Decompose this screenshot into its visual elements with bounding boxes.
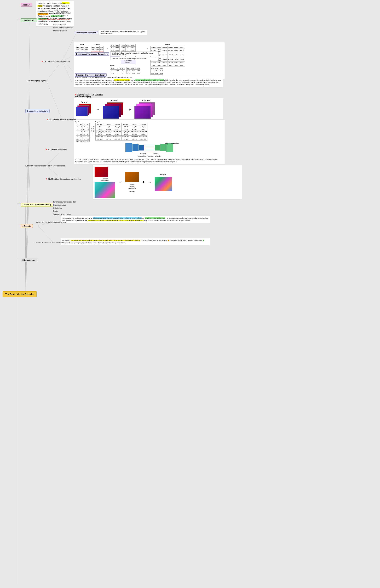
k2-table2: x6a1x6a3 0x5a3 x1a3x4a3x1a5 x7a5x5a3x5a5	[127, 67, 140, 75]
task-item: depth estimation	[53, 23, 73, 26]
residual-diagram-inner: LearnableUpsampling → BilinearAdditiveUp…	[95, 167, 240, 198]
svg-line-16	[46, 150, 62, 166]
residual-label-top: residual	[160, 174, 166, 176]
bilinear-upsampling-header: Bilinear Upsampling	[75, 96, 91, 98]
section3-node: 3 Tasks and Experimental Setup	[20, 203, 53, 206]
identity-label: "identity"	[129, 191, 135, 193]
svg-line-4	[25, 203, 26, 293]
task-item: colorization	[53, 20, 73, 23]
decomposed-conv-node: Decomposed Transposed Convolution	[75, 52, 109, 56]
residual-left-blocks: LearnableUpsampling	[95, 167, 115, 198]
task-item: boundary detection	[53, 14, 73, 17]
section2-1-2-header: ★ 2.1.2 Bilinear additive upsampling	[46, 118, 76, 121]
results-with-residual-label: — Results with residual-like connections	[34, 242, 64, 243]
res-center: BilinearAdditiveUpsampling "identity"	[125, 172, 139, 193]
skip-connections-box: Encoder Decoder Connections Encoder Deco…	[74, 142, 225, 164]
bilinear-add-label: BilinearAdditiveUpsampling	[128, 183, 136, 189]
hwD-block: [H, W, D]	[76, 101, 93, 118]
root-label: The Devil is in the Decoder	[5, 293, 34, 295]
section2-1-1-label: 2.1.1 Existing upsampling layers	[44, 61, 70, 62]
res-block1	[95, 167, 108, 177]
decomposed-desc2: splits the main conv up into multiple lo…	[111, 57, 159, 60]
res-plus: +	[142, 179, 145, 185]
results-with-residual-text: — Results with residual-like connections	[34, 242, 64, 243]
transposed-conv-label: Transposed Convolution	[76, 32, 96, 34]
svg-line-14	[62, 61, 72, 82]
decomposed-conv-row: Decomposed Transposed Convolution is str…	[75, 52, 159, 60]
learnable-up-label: LearnableUpsampling	[95, 178, 115, 182]
2hwd4-visual	[134, 102, 157, 120]
depth-to-space-row: ★ Depth to Space shift and stitch	[75, 94, 103, 96]
section5-node: 5 Conclusions	[20, 258, 37, 262]
kernel2-tables: a4 a60a6 a8 0 x1a1a4a30 x7a200 x6a1x6a3 …	[110, 67, 144, 75]
connections-label: Connections Encoder Decoder	[137, 155, 161, 157]
abstract-node: Abstract	[20, 3, 32, 6]
star-222: ★	[45, 178, 47, 180]
section2-2-1-header: ★ 2.2.1 Skip Connections	[45, 148, 67, 151]
encoder-label: Encoder	[140, 153, 146, 155]
task3-item: Depth	[53, 210, 76, 213]
section4-node: 4 Results	[20, 224, 33, 228]
skip-lines	[144, 143, 154, 152]
section4-label: 4 Results	[22, 225, 31, 227]
section3-label: 3 Tasks and Experimental Setup	[22, 203, 51, 206]
ba-input: Input x1x2x3x4 x5x6x7x8 x9x10x11x12 x1x2…	[75, 121, 90, 143]
decomposed-desc1: is strictly a subset of regular transpos…	[111, 52, 159, 56]
task3-item: Colorization	[53, 207, 76, 210]
decoder-label: Decoder	[153, 153, 159, 155]
root-node: The Devil is in the Decoder	[2, 291, 37, 297]
star-icon: ★	[40, 18, 42, 21]
results-with-residual-text-content: can identify two upsampling methods whic…	[62, 240, 209, 244]
section2-2-node: 2.2 Skip Connections and Residual Connec…	[25, 165, 65, 167]
residual-output: residual	[155, 174, 172, 191]
task-item: semantic segmentation	[53, 11, 73, 14]
enc-dec-labels: Encoder Decoder	[140, 153, 159, 155]
plus-sign: +	[129, 107, 131, 113]
2hwd4-block: [2H, 2W, D/4]	[134, 100, 157, 120]
section2-1-label: — 2.1 Upsampling layers	[25, 80, 46, 82]
svg-line-10	[46, 61, 62, 81]
res-arrow2: →	[148, 180, 151, 184]
abstract-label: Abstract	[22, 4, 30, 6]
star-icon-2: ★	[41, 60, 43, 62]
svg-line-6	[25, 259, 26, 293]
section2-2-2-header: ★ 2.2.2 Residula Connections for decoder…	[45, 178, 81, 180]
star-212: ★	[46, 118, 48, 121]
separable-conv-row: Separable Transposed Convolution	[75, 73, 107, 77]
results-no-residual-box: Generalizing over problems, we see that …	[61, 216, 210, 223]
decomposed-conv-label: Decomposed Transposed Convolution	[76, 53, 108, 55]
skip-svg	[144, 143, 154, 152]
separable-row: Separable Transposed Convolution	[75, 73, 107, 77]
star-221: ★	[45, 148, 47, 151]
bilinear-additive-inner: Input x1x2x3x4 x5x6x7x8 x9x10x11x12 x1x2…	[75, 121, 223, 143]
results-no-residual-text: — Results without residual-like connecti…	[34, 222, 67, 223]
enc-dec-blocks	[125, 143, 173, 152]
section2-1-node: — 2.1 Upsampling layers	[25, 80, 46, 82]
section2-2-1-label: 2.2.1 Skip Connections	[48, 149, 67, 151]
separable-conv-label: Separable Transposed Convolution	[76, 74, 105, 76]
decoder-blocks	[155, 143, 173, 152]
svg-line-0	[26, 19, 30, 293]
section3-task-list: Instance boundaries detection Super reso…	[53, 201, 76, 216]
ba-output-table: x1y1+y2x2y2+y3x3y3+y3x4y5+y5x5y5+y5x6y8+…	[95, 123, 147, 140]
decomposed-conv-descs: is strictly a subset of regular transpos…	[111, 52, 159, 60]
decoder-arch-label: 2-decoder architecture	[27, 110, 48, 112]
2hwd-visual	[103, 102, 125, 120]
res-block2	[95, 182, 115, 198]
shift-stitch-label: shift and stitch	[91, 94, 103, 96]
results-no-residual-text-content: Generalizing over problems, we see that …	[62, 217, 209, 222]
residual-output-block	[155, 177, 172, 191]
section1-node: 1 Introduction	[20, 18, 37, 22]
task-item: super-resolution	[53, 17, 73, 20]
separable-desc-main: □ A Separable Convolution consists of tw…	[75, 79, 222, 86]
arrow-bilinear: →	[96, 107, 99, 112]
task3-item: Super resolution	[53, 203, 76, 207]
skip-diagram-visual: Encoder Decoder Connections Encoder Deco…	[75, 143, 223, 157]
res-bilinear-block	[125, 172, 139, 182]
results-no-residual-label: — Results without residual-like connecti…	[34, 222, 67, 223]
svg-line-17	[46, 166, 62, 179]
task-item: saliency prediction	[53, 29, 73, 32]
section2-1-1-header: ★ 2.1.1 Existing upsampling layers	[41, 60, 70, 62]
output-alt: a4a4a5a4a6a4 a4a4a3a4a2a4 a4a4a3a4a2a4	[150, 67, 185, 75]
section2-2-2-label: 2.2.2 Residula Connections for decoders	[48, 178, 81, 180]
